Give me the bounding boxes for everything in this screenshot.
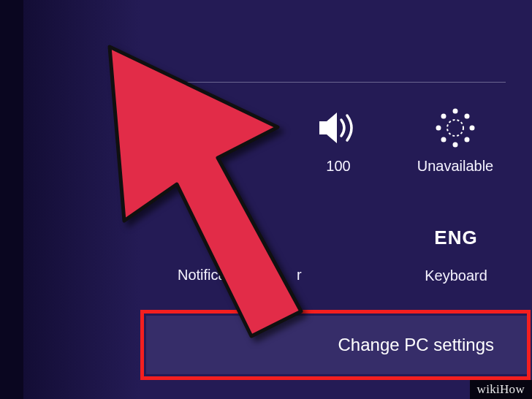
svg-point-10 (442, 115, 446, 118)
svg-point-6 (454, 110, 457, 113)
keyboard-label: Keyboard (425, 267, 487, 284)
volume-label: 100 (326, 158, 350, 175)
svg-point-5 (447, 120, 463, 136)
svg-point-12 (442, 138, 446, 142)
svg-point-7 (454, 143, 457, 147)
brightness-label: Unavailable (417, 158, 494, 175)
svg-point-11 (466, 115, 469, 118)
change-pc-settings-button[interactable]: Change PC settings (146, 316, 528, 374)
svg-point-9 (471, 126, 474, 130)
change-pc-settings-label: Change PC settings (338, 335, 494, 355)
svg-point-8 (437, 126, 441, 130)
start-screen-sliver (0, 0, 23, 399)
language-code-icon: ENG (434, 212, 477, 263)
start-screen-gradient (23, 0, 140, 399)
svg-point-13 (466, 138, 469, 142)
brightness-icon (430, 102, 480, 153)
keyboard-tile[interactable]: ENG Keyboard (406, 212, 506, 284)
brightness-tile[interactable]: Unavailable (405, 102, 506, 175)
volume-tile[interactable]: 100 (288, 102, 389, 175)
watermark: wikiHow (470, 380, 532, 399)
panel-divider (175, 82, 506, 83)
speaker-icon (315, 102, 362, 153)
